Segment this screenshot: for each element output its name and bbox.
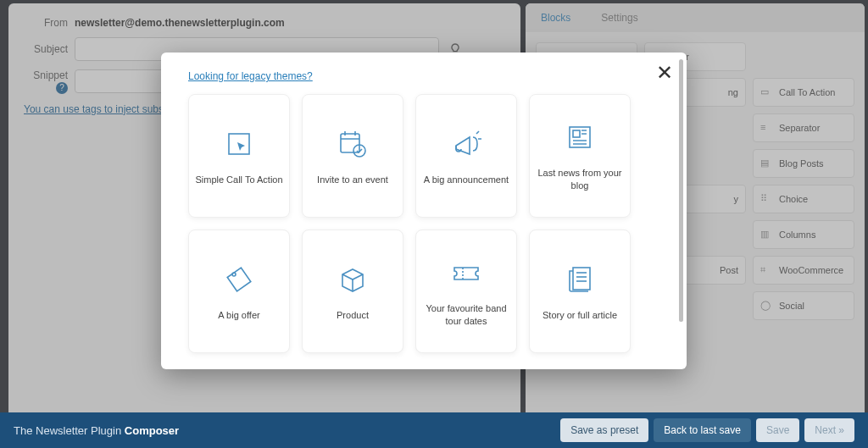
svg-line-6 xyxy=(476,131,479,134)
template-card-last-news[interactable]: Last news from your blog xyxy=(529,94,631,218)
article-icon xyxy=(562,262,598,297)
modal-scrollbar[interactable] xyxy=(679,59,683,356)
cursor-icon xyxy=(221,126,257,162)
composer-title: The Newsletter Plugin Composer xyxy=(14,424,179,437)
template-grid: Simple Call To Action Invite to an event… xyxy=(188,94,670,353)
svg-point-14 xyxy=(232,273,236,276)
legacy-themes-link[interactable]: Looking for legacy themes? xyxy=(188,70,313,82)
template-card-event[interactable]: Invite to an event xyxy=(302,94,403,218)
box-icon xyxy=(335,262,370,297)
template-card-announcement[interactable]: A big announcement xyxy=(415,94,517,218)
template-label: Last news from your blog xyxy=(535,167,625,192)
svg-rect-1 xyxy=(341,134,359,152)
calendar-icon xyxy=(335,126,370,162)
footer-bar: The Newsletter Plugin Composer Save as p… xyxy=(0,412,868,448)
template-card-simple-cta[interactable]: Simple Call To Action xyxy=(188,94,290,218)
svg-rect-9 xyxy=(573,130,580,137)
next-button[interactable]: Next » xyxy=(804,418,854,442)
template-label: A big offer xyxy=(218,309,259,322)
template-card-tour-dates[interactable]: Your favourite band tour dates xyxy=(415,230,517,353)
svg-rect-17 xyxy=(573,268,590,290)
megaphone-icon xyxy=(448,126,484,162)
template-label: Story or full article xyxy=(542,309,617,322)
close-icon[interactable]: ✕ xyxy=(656,61,673,85)
ticket-icon xyxy=(448,255,484,290)
template-label: A big announcement xyxy=(424,174,509,186)
save-as-preset-button[interactable]: Save as preset xyxy=(560,418,648,442)
template-card-product[interactable]: Product xyxy=(302,230,403,353)
tag-icon xyxy=(221,262,257,297)
template-label: Invite to an event xyxy=(317,174,388,186)
news-icon xyxy=(562,119,598,155)
template-label: Product xyxy=(337,309,369,322)
template-picker-modal: ✕ Looking for legacy themes? Simple Call… xyxy=(161,53,687,369)
back-to-last-save-button[interactable]: Back to last save xyxy=(654,418,751,442)
template-card-offer[interactable]: A big offer xyxy=(188,230,290,353)
template-card-article[interactable]: Story or full article xyxy=(529,230,631,353)
save-button[interactable]: Save xyxy=(756,418,799,442)
template-label: Your favourite band tour dates xyxy=(421,302,511,328)
template-label: Simple Call To Action xyxy=(195,174,282,186)
